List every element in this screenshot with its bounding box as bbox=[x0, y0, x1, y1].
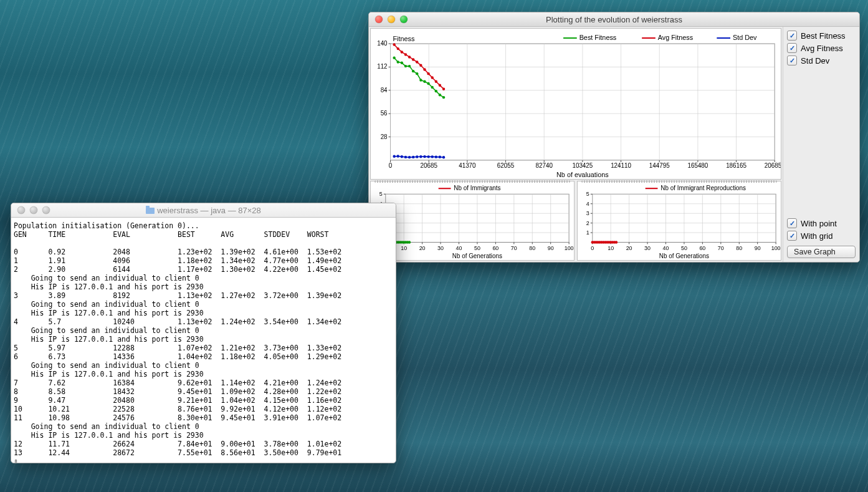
svg-text:60: 60 bbox=[699, 245, 705, 251]
option-toggle-with-grid-label: With grid bbox=[801, 231, 832, 241]
svg-point-83 bbox=[439, 84, 441, 87]
folder-icon bbox=[146, 208, 155, 214]
svg-text:40: 40 bbox=[456, 245, 462, 251]
svg-text:Nb of Immigrants: Nb of Immigrants bbox=[454, 185, 500, 191]
svg-text:60: 60 bbox=[492, 245, 498, 251]
option-toggle-with-grid[interactable]: ✓With grid bbox=[787, 231, 856, 241]
series-toggle-best-fitness[interactable]: ✓Best Fitness bbox=[787, 31, 856, 41]
svg-point-88 bbox=[404, 156, 407, 158]
option-toggle-with-point-label: With point bbox=[801, 219, 837, 228]
option-toggle-with-grid-checkbox[interactable]: ✓ bbox=[787, 231, 797, 241]
svg-point-63 bbox=[416, 72, 418, 75]
splitter-handle[interactable] bbox=[581, 180, 777, 183]
charts-area: 0206854137062055827401034251241101447951… bbox=[369, 27, 783, 262]
svg-text:Std Dev: Std Dev bbox=[733, 34, 757, 41]
svg-point-77 bbox=[416, 60, 418, 63]
terminal-output-text: Population initialisation (Generation 0)… bbox=[14, 221, 393, 463]
series-toggle-std-dev-checkbox[interactable]: ✓ bbox=[787, 55, 797, 65]
main-fitness-chart: 0206854137062055827401034251241101447951… bbox=[370, 28, 781, 180]
svg-point-93 bbox=[423, 155, 426, 158]
svg-point-68 bbox=[435, 90, 437, 92]
svg-point-78 bbox=[419, 64, 422, 67]
svg-text:10: 10 bbox=[401, 245, 407, 251]
svg-text:140: 140 bbox=[377, 40, 388, 47]
svg-text:Avg Fitness: Avg Fitness bbox=[658, 34, 694, 41]
svg-text:90: 90 bbox=[755, 245, 761, 251]
chart-window-titlebar[interactable]: Plotting of the evolution of weierstrass bbox=[369, 12, 859, 27]
svg-text:103425: 103425 bbox=[572, 162, 593, 169]
svg-text:82740: 82740 bbox=[536, 162, 553, 169]
series-toggle-best-fitness-checkbox[interactable]: ✓ bbox=[787, 31, 797, 41]
svg-point-64 bbox=[419, 79, 422, 81]
svg-point-61 bbox=[408, 65, 411, 67]
svg-point-95 bbox=[431, 155, 434, 158]
svg-point-57 bbox=[393, 57, 395, 59]
svg-point-80 bbox=[427, 72, 429, 75]
svg-text:124110: 124110 bbox=[611, 162, 631, 169]
option-toggle-with-point[interactable]: ✓With point bbox=[787, 218, 856, 228]
svg-text:165480: 165480 bbox=[687, 162, 708, 169]
svg-point-58 bbox=[397, 60, 399, 63]
svg-point-97 bbox=[439, 156, 441, 158]
series-toggle-avg-fitness-checkbox[interactable]: ✓ bbox=[787, 43, 797, 53]
svg-text:80: 80 bbox=[736, 245, 742, 251]
svg-point-71 bbox=[393, 43, 395, 46]
option-toggle-with-point-checkbox[interactable]: ✓ bbox=[787, 218, 797, 228]
svg-text:70: 70 bbox=[511, 245, 517, 251]
svg-point-86 bbox=[397, 155, 399, 157]
svg-point-73 bbox=[401, 51, 403, 53]
svg-text:100: 100 bbox=[565, 245, 574, 251]
svg-text:4: 4 bbox=[586, 201, 589, 207]
svg-text:70: 70 bbox=[718, 245, 724, 251]
splitter-handle[interactable] bbox=[374, 180, 570, 183]
svg-text:56: 56 bbox=[381, 110, 388, 117]
svg-text:41370: 41370 bbox=[459, 162, 476, 169]
maximize-icon[interactable] bbox=[42, 206, 50, 214]
close-icon[interactable] bbox=[375, 16, 383, 23]
svg-point-92 bbox=[419, 155, 422, 158]
svg-text:Best Fitness: Best Fitness bbox=[579, 34, 617, 41]
terminal-titlebar[interactable]: weierstrass — java — 87×28 bbox=[11, 203, 396, 218]
svg-text:100: 100 bbox=[771, 245, 781, 251]
svg-text:62055: 62055 bbox=[497, 162, 515, 169]
terminal-title: weierstrass — java — 87×28 bbox=[11, 206, 396, 215]
svg-text:0: 0 bbox=[591, 245, 594, 251]
svg-text:50: 50 bbox=[681, 245, 687, 251]
terminal-window: weierstrass — java — 87×28 Population in… bbox=[11, 203, 396, 463]
svg-point-89 bbox=[408, 156, 411, 158]
svg-point-82 bbox=[435, 80, 437, 83]
svg-point-164 bbox=[408, 241, 411, 243]
terminal-content[interactable]: Population initialisation (Generation 0)… bbox=[11, 218, 396, 463]
svg-text:30: 30 bbox=[644, 245, 651, 251]
save-graph-button[interactable]: Save Graph bbox=[787, 246, 856, 258]
series-toggle-best-fitness-label: Best Fitness bbox=[801, 31, 846, 41]
svg-point-69 bbox=[439, 94, 441, 96]
svg-text:40: 40 bbox=[663, 245, 669, 251]
svg-point-67 bbox=[431, 86, 434, 89]
series-toggle-avg-fitness[interactable]: ✓Avg Fitness bbox=[787, 43, 856, 53]
svg-text:3: 3 bbox=[586, 210, 589, 216]
svg-point-66 bbox=[427, 82, 429, 85]
maximize-icon[interactable] bbox=[400, 16, 408, 23]
svg-text:1: 1 bbox=[586, 229, 589, 236]
close-icon[interactable] bbox=[17, 206, 25, 214]
immigrant-reproductions-chart: 010203040506070809010012345Nb of Generat… bbox=[577, 181, 781, 261]
series-toggle-std-dev[interactable]: ✓Std Dev bbox=[787, 55, 856, 65]
svg-text:84: 84 bbox=[381, 87, 388, 94]
svg-text:Nb of Generations: Nb of Generations bbox=[452, 253, 502, 259]
svg-text:206850: 206850 bbox=[765, 162, 781, 169]
minimize-icon[interactable] bbox=[30, 206, 37, 214]
svg-text:2: 2 bbox=[586, 220, 589, 226]
svg-point-96 bbox=[435, 155, 437, 158]
chart-window: Plotting of the evolution of weierstrass… bbox=[368, 12, 860, 263]
svg-text:28: 28 bbox=[381, 133, 388, 140]
svg-point-65 bbox=[423, 80, 426, 83]
svg-text:144795: 144795 bbox=[649, 162, 670, 169]
minimize-icon[interactable] bbox=[388, 16, 395, 23]
series-toggle-std-dev-label: Std Dev bbox=[801, 56, 829, 65]
svg-point-59 bbox=[401, 62, 403, 64]
svg-text:10: 10 bbox=[608, 245, 614, 251]
svg-text:5: 5 bbox=[586, 191, 589, 197]
svg-text:20: 20 bbox=[626, 245, 632, 251]
series-toggle-avg-fitness-label: Avg Fitness bbox=[801, 44, 843, 53]
